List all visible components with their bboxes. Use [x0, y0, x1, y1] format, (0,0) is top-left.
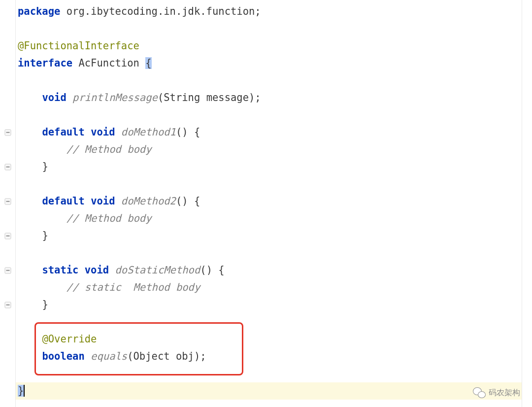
- code-line[interactable]: }: [18, 158, 522, 175]
- code-line[interactable]: // Method body: [18, 141, 522, 158]
- keyword-void: void: [91, 195, 115, 207]
- error-stripe[interactable]: [522, 0, 532, 407]
- code-line[interactable]: @Override: [18, 331, 522, 348]
- code-line-blank[interactable]: [18, 106, 522, 124]
- keyword-default: default: [42, 126, 84, 138]
- code-area[interactable]: package org.ibytecoding.in.jdk.function;…: [16, 0, 522, 407]
- code-line[interactable]: interface AcFunction {: [18, 55, 522, 72]
- code-line-blank[interactable]: [18, 313, 522, 331]
- code-line-blank[interactable]: [18, 365, 522, 382]
- keyword-static: static: [42, 264, 78, 276]
- code-line[interactable]: @FunctionalInterface: [18, 37, 522, 55]
- comment: // Method body: [66, 143, 152, 155]
- type-name: AcFunction: [72, 57, 145, 69]
- keyword-boolean: boolean: [42, 350, 84, 362]
- code-line[interactable]: // Method body: [18, 210, 522, 227]
- watermark: 码农架构: [473, 387, 520, 398]
- fold-icon[interactable]: [4, 129, 11, 136]
- keyword-void: void: [85, 264, 109, 276]
- annotation-override: @Override: [42, 333, 97, 345]
- params-open: () {: [176, 126, 200, 138]
- keyword-package: package: [18, 5, 60, 17]
- code-editor[interactable]: package org.ibytecoding.in.jdk.function;…: [0, 0, 532, 407]
- params-open: () {: [200, 264, 224, 276]
- fold-icon[interactable]: [4, 302, 11, 308]
- fold-icon[interactable]: [4, 233, 11, 239]
- code-line[interactable]: }: [18, 227, 522, 244]
- keyword-default: default: [42, 195, 84, 207]
- method-name: doStaticMethod: [109, 264, 200, 276]
- keyword-interface: interface: [18, 57, 72, 69]
- code-line[interactable]: boolean equals(Object obj);: [18, 348, 522, 365]
- code-line[interactable]: default void doMethod1() {: [18, 124, 522, 141]
- close-brace: }: [42, 299, 48, 310]
- method-name: doMethod1: [115, 126, 176, 138]
- close-brace: }: [42, 230, 48, 241]
- fold-icon[interactable]: [4, 198, 11, 204]
- comment: // Method body: [66, 212, 152, 224]
- text-caret: [24, 385, 25, 397]
- caret-line-highlight: [16, 382, 522, 400]
- params: (String message);: [158, 92, 261, 103]
- params-open: () {: [176, 195, 200, 207]
- code-line[interactable]: package org.ibytecoding.in.jdk.function;: [18, 3, 522, 20]
- code-line[interactable]: void printlnMessage(String message);: [18, 89, 522, 106]
- code-line[interactable]: }: [18, 296, 522, 313]
- keyword-void: void: [91, 126, 115, 138]
- annotation-functionalinterface: @FunctionalInterface: [18, 40, 139, 52]
- watermark-label: 码农架构: [489, 388, 520, 398]
- code-line-blank[interactable]: [18, 244, 522, 262]
- method-name: printlnMessage: [66, 92, 158, 103]
- open-brace-highlight: {: [145, 57, 151, 69]
- fold-icon[interactable]: [4, 164, 11, 170]
- package-path: org.ibytecoding.in.jdk.function: [60, 5, 255, 17]
- method-name: equals: [85, 350, 127, 362]
- comment: // static Method body: [66, 281, 200, 293]
- method-name: doMethod2: [115, 195, 176, 207]
- code-line-blank[interactable]: [18, 175, 522, 193]
- code-line[interactable]: default void doMethod2() {: [18, 193, 522, 210]
- close-brace: }: [42, 161, 48, 172]
- code-line-blank[interactable]: [18, 20, 522, 37]
- semicolon: ;: [255, 5, 261, 17]
- code-line[interactable]: // static Method body: [18, 279, 522, 296]
- gutter: [0, 0, 16, 407]
- fold-icon[interactable]: [4, 267, 11, 273]
- close-brace-highlight: }: [18, 385, 24, 397]
- wechat-icon: [473, 387, 486, 398]
- params: (Object obj);: [127, 350, 206, 362]
- code-line-blank[interactable]: [18, 72, 522, 89]
- code-line[interactable]: static void doStaticMethod() {: [18, 262, 522, 279]
- keyword-void: void: [42, 92, 66, 103]
